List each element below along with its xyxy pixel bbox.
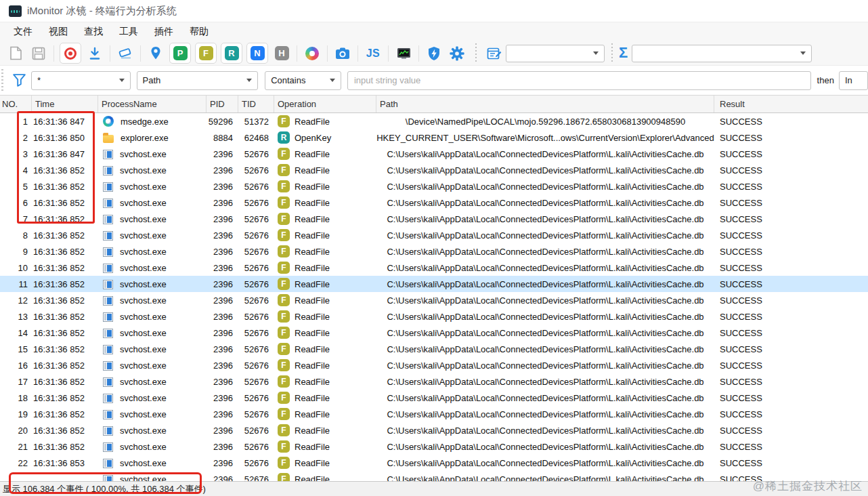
filter-operator-value: Contains [271, 75, 305, 85]
performance-monitor-button[interactable] [393, 43, 414, 64]
cell-tid: 52676 [238, 198, 274, 208]
filter-bar-grip[interactable] [1, 69, 3, 92]
menu-plugins[interactable]: 插件 [146, 24, 181, 40]
table-row[interactable]: 4 16:31:36 852 svchost.exe 2396 52676 F … [0, 162, 868, 178]
cell-no: 21 [0, 442, 32, 452]
menu-find[interactable]: 查找 [76, 24, 111, 40]
new-file-icon [9, 46, 22, 60]
table-row[interactable]: 17 16:31:36 852 svchost.exe 2396 52676 F… [0, 373, 868, 390]
table-row[interactable]: 3 16:31:36 847 svchost.exe 2396 52676 F … [0, 146, 868, 162]
table-row[interactable]: 11 16:31:36 852 svchost.exe 2396 52676 F… [0, 276, 868, 292]
menu-view[interactable]: 视图 [41, 24, 76, 40]
operation-badge-icon: F [278, 359, 290, 371]
cell-pid: 2396 [207, 426, 238, 436]
column-header-no[interactable]: NO. [0, 96, 32, 112]
column-header-operation[interactable]: Operation [274, 96, 376, 112]
table-row[interactable]: 9 16:31:36 852 svchost.exe 2396 52676 F … [0, 243, 868, 260]
process-events-toggle[interactable]: P [169, 43, 191, 64]
table-row[interactable]: 16 16:31:36 852 svchost.exe 2396 52676 F… [0, 357, 868, 373]
column-header-process[interactable]: ProcessName [98, 96, 207, 112]
menu-file[interactable]: 文件 [5, 24, 41, 40]
table-row[interactable]: 2 16:31:36 850 explorer.exe 8884 62468 R… [0, 129, 868, 146]
eraser-button[interactable] [115, 43, 135, 64]
record-button[interactable] [60, 43, 81, 64]
form-edit-button[interactable] [484, 43, 504, 64]
table-row[interactable]: 5 16:31:36 852 svchost.exe 2396 52676 F … [0, 178, 868, 194]
column-header-path[interactable]: Path [376, 96, 714, 112]
table-row[interactable]: svchost.exe 2396 52676 F ReadFile C:\Use… [0, 471, 868, 481]
new-file-button[interactable] [5, 43, 26, 64]
table-row[interactable]: 20 16:31:36 852 svchost.exe 2396 52676 F… [0, 422, 868, 438]
operation-badge-icon: F [278, 440, 290, 453]
location-pin-button[interactable] [146, 43, 166, 64]
filter-action-combobox[interactable]: In [839, 71, 868, 90]
cell-result: SUCCESS [714, 377, 868, 387]
js-script-button[interactable]: JS [363, 43, 383, 64]
chevron-down-icon [330, 79, 335, 82]
download-button[interactable] [85, 43, 105, 64]
save-button[interactable] [28, 43, 49, 64]
cell-tid: 52676 [238, 360, 274, 371]
filter-scope-combobox[interactable]: * [31, 71, 131, 90]
cell-path: C:\Users\kali\AppData\Local\ConnectedDev… [376, 312, 714, 322]
table-row[interactable]: 14 16:31:36 852 svchost.exe 2396 52676 F… [0, 325, 868, 341]
process-icon [103, 312, 113, 322]
filter-field-combobox[interactable]: Path [137, 71, 259, 90]
cell-path: C:\Users\kali\AppData\Local\ConnectedDev… [376, 230, 714, 241]
process-icon [103, 199, 113, 208]
table-row[interactable]: 13 16:31:36 852 svchost.exe 2396 52676 F… [0, 308, 868, 325]
color-wheel-button[interactable] [302, 43, 322, 64]
filter-button[interactable] [9, 70, 30, 91]
column-header-time[interactable]: Time [32, 96, 98, 112]
cell-result: SUCCESS [714, 442, 868, 452]
network-events-toggle[interactable]: N [246, 43, 268, 64]
protection-button[interactable] [424, 43, 444, 64]
process-icon [103, 135, 114, 143]
cell-path: C:\Users\kali\AppData\Local\ConnectedDev… [376, 442, 714, 452]
cell-no: 12 [0, 295, 32, 306]
screenshot-button[interactable] [332, 43, 353, 64]
process-name: explorer.exe [121, 133, 169, 143]
filter-operator-combobox[interactable]: Contains [265, 71, 341, 90]
filter-value-input[interactable] [347, 71, 811, 90]
registry-events-toggle[interactable]: R [221, 43, 242, 64]
table-row[interactable]: 19 16:31:36 852 svchost.exe 2396 52676 F… [0, 406, 868, 422]
table-row[interactable]: 8 16:31:36 852 svchost.exe 2396 52676 F … [0, 227, 868, 243]
table-body: 1 16:31:36 847 msedge.exe 59296 51372 F … [0, 113, 868, 481]
cell-process: svchost.exe [98, 230, 207, 241]
cell-process: svchost.exe [98, 214, 207, 224]
chevron-down-icon [246, 79, 252, 82]
cell-pid: 2396 [207, 442, 238, 452]
cell-tid: 52676 [238, 377, 274, 387]
cell-result: SUCCESS [714, 279, 868, 289]
file-events-toggle[interactable]: F [195, 43, 217, 64]
menu-tools[interactable]: 工具 [111, 24, 146, 40]
table-row[interactable]: 12 16:31:36 852 svchost.exe 2396 52676 F… [0, 292, 868, 308]
cell-no: 7 [0, 214, 32, 224]
column-header-result[interactable]: Result [714, 96, 868, 112]
operation-badge-icon: F [278, 278, 290, 290]
hardware-events-toggle[interactable]: H [272, 43, 292, 64]
cell-result: SUCCESS [714, 198, 868, 208]
table-row[interactable]: 1 16:31:36 847 msedge.exe 59296 51372 F … [0, 113, 868, 129]
cell-time: 16:31:36 853 [32, 458, 98, 468]
cell-tid: 52676 [238, 328, 274, 338]
settings-button[interactable] [447, 43, 467, 64]
cell-pid: 2396 [207, 198, 238, 208]
column-header-pid[interactable]: PID [207, 96, 238, 112]
cell-pid: 2396 [207, 328, 238, 338]
table-row[interactable]: 7 16:31:36 852 svchost.exe 2396 52676 F … [0, 211, 868, 227]
table-row[interactable]: 15 16:31:36 852 svchost.exe 2396 52676 F… [0, 341, 868, 357]
quick-filter-combobox[interactable] [506, 45, 605, 62]
menu-help[interactable]: 帮助 [181, 24, 217, 40]
cell-time: 16:31:36 847 [32, 117, 98, 127]
table-row[interactable]: 22 16:31:36 853 svchost.exe 2396 52676 F… [0, 455, 868, 471]
table-row[interactable]: 18 16:31:36 852 svchost.exe 2396 52676 F… [0, 390, 868, 406]
table-row[interactable]: 6 16:31:36 852 svchost.exe 2396 52676 F … [0, 194, 868, 211]
table-row[interactable]: 10 16:31:36 852 svchost.exe 2396 52676 F… [0, 260, 868, 276]
cell-operation: F ReadFile [274, 327, 376, 339]
table-row[interactable]: 21 16:31:36 852 svchost.exe 2396 52676 F… [0, 438, 868, 455]
column-header-tid[interactable]: TID [238, 96, 274, 112]
aggregate-combobox[interactable] [632, 45, 812, 62]
cell-time: 16:31:36 852 [32, 360, 98, 371]
